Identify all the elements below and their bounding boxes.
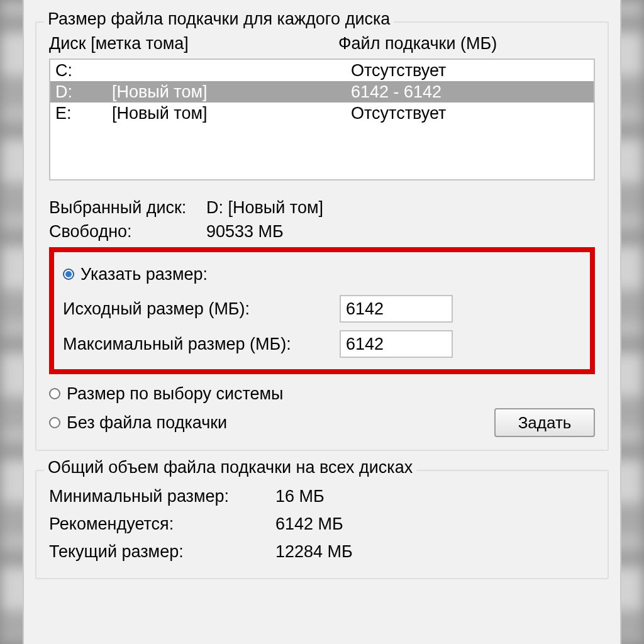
- free-space-label: Свободно:: [49, 219, 206, 243]
- column-paging-file: Файл подкачки (МБ): [338, 34, 595, 53]
- custom-size-highlight: Указать размер: Исходный размер (МБ): Ма…: [49, 247, 595, 374]
- disk-paging-value: Отсутствует: [351, 60, 589, 81]
- disk-volume-label: [Новый том]: [112, 81, 351, 103]
- option-system-managed[interactable]: Размер по выбору системы: [49, 380, 595, 407]
- radio-icon: [63, 269, 74, 280]
- option-custom-size-label: Указать размер:: [80, 261, 208, 287]
- option-custom-size[interactable]: Указать размер:: [63, 261, 581, 287]
- totals-group: Общий объем файла подкачки на всех диска…: [35, 470, 609, 579]
- max-size-input[interactable]: [340, 330, 453, 358]
- option-system-managed-label: Размер по выбору системы: [67, 380, 284, 407]
- disk-volume-label: [Новый том]: [112, 103, 351, 124]
- disk-list-item[interactable]: D:[Новый том]6142 - 6142: [50, 81, 594, 103]
- free-space-value: 90533 МБ: [206, 219, 595, 243]
- disk-paging-value: 6142 - 6142: [351, 81, 589, 103]
- disk-drive-letter: C:: [55, 60, 112, 81]
- selected-drive-label: Выбранный диск:: [49, 196, 206, 219]
- swap-per-drive-group: Размер файла подкачки для каждого диска …: [35, 21, 609, 451]
- disk-list-item[interactable]: E:[Новый том]Отсутствует: [50, 103, 594, 124]
- selected-drive-value: D: [Новый том]: [206, 196, 595, 219]
- totals-min-label: Минимальный размер:: [49, 482, 275, 510]
- radio-icon: [49, 388, 60, 399]
- initial-size-label: Исходный размер (МБ):: [63, 299, 340, 319]
- virtual-memory-panel: Размер файла подкачки для каждого диска …: [23, 0, 621, 644]
- selected-drive-info: Выбранный диск: D: [Новый том] Свободно:…: [49, 196, 595, 243]
- disk-drive-letter: D:: [55, 81, 112, 103]
- totals-rec-value: 6142 МБ: [275, 510, 595, 538]
- disk-list-item[interactable]: C:Отсутствует: [50, 60, 594, 81]
- disk-drive-letter: E:: [55, 103, 112, 124]
- disk-listbox[interactable]: C:ОтсутствуетD:[Новый том]6142 - 6142E:[…: [49, 58, 595, 180]
- max-size-label: Максимальный размер (МБ):: [63, 335, 340, 354]
- initial-size-input[interactable]: [340, 295, 453, 323]
- totals-cur-label: Текущий размер:: [49, 538, 275, 565]
- totals-min-value: 16 МБ: [275, 482, 595, 510]
- swap-per-drive-title: Размер файла подкачки для каждого диска: [44, 9, 394, 29]
- totals-cur-value: 12284 МБ: [275, 538, 595, 565]
- column-drive-label: Диск [метка тома]: [49, 34, 338, 53]
- option-no-paging-file[interactable]: Без файла подкачки: [49, 409, 227, 436]
- disk-volume-label: [112, 60, 351, 81]
- set-button[interactable]: Задать: [494, 408, 595, 437]
- totals-rec-label: Рекомендуется:: [49, 510, 275, 538]
- disk-paging-value: Отсутствует: [351, 103, 589, 124]
- disk-list-columns: Диск [метка тома] Файл подкачки (МБ): [49, 34, 595, 53]
- radio-icon: [49, 417, 60, 428]
- option-no-paging-file-label: Без файла подкачки: [67, 409, 227, 436]
- totals-group-title: Общий объем файла подкачки на всех диска…: [44, 458, 416, 477]
